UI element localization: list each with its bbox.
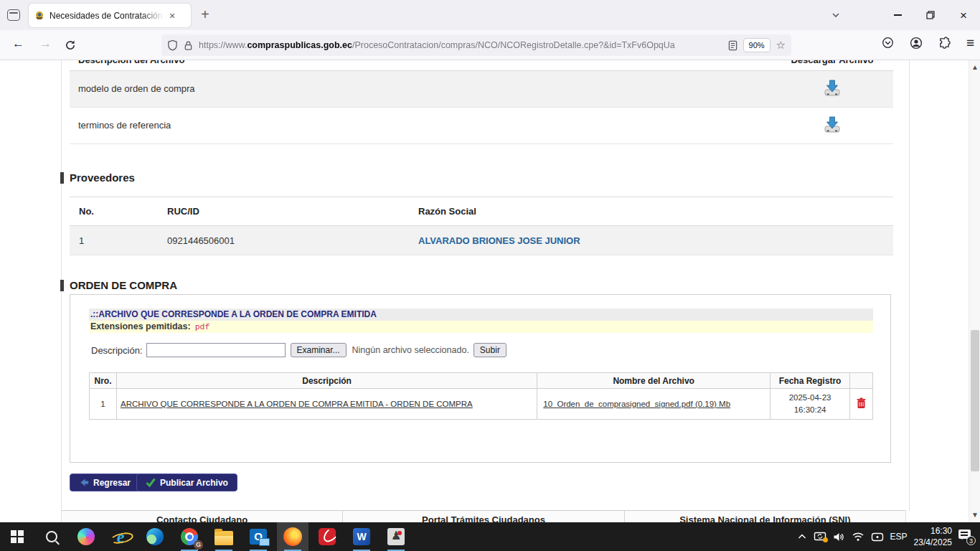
file-explorer-icon [215, 531, 233, 545]
back-arrow-icon [79, 478, 89, 487]
table-header-row: No. RUC/ID Razón Social [70, 197, 893, 226]
archivo-descripcion: terminos de referencia [70, 107, 771, 143]
download-icon[interactable] [822, 78, 842, 98]
proveedor-razon-link[interactable]: ALVARADO BRIONES JOSE JUNIOR [418, 235, 580, 246]
page-viewport: Descripción del Archivo Descargar Archiv… [0, 60, 980, 522]
orden-file-nombre-link[interactable]: 10_Orden_de_comprasigned_signed.pdf (0.1… [543, 400, 730, 408]
taskbar-app-button[interactable] [380, 522, 412, 551]
col-razon-social: Razón Social [409, 197, 893, 226]
taskbar-outlook-button[interactable]: O [242, 522, 274, 551]
table-row: terminos de referencia [70, 107, 893, 143]
tab-close-icon[interactable]: × [169, 11, 175, 21]
start-button[interactable] [1, 522, 33, 551]
notification-center-button[interactable]: 3 [958, 529, 974, 544]
tab-favicon-icon [34, 11, 44, 21]
meet-now-icon[interactable] [871, 532, 884, 542]
close-icon: × [960, 9, 967, 22]
pocket-icon[interactable] [882, 37, 894, 49]
page-scrollbar[interactable]: ▲ ▼ [969, 60, 980, 522]
examinar-button[interactable]: Examinar... [291, 343, 347, 357]
acrobat-icon [319, 528, 336, 545]
footer-contacto-ciudadano[interactable]: Contacto Ciudadano [62, 511, 342, 522]
taskbar-firefox-button[interactable] [277, 522, 308, 551]
extensiones-row: Extensiones pemitidas:pdf [89, 321, 873, 333]
table-row: 1 0921446506001 ALVARADO BRIONES JOSE JU… [70, 226, 893, 255]
language-indicator[interactable]: ESP [890, 532, 908, 542]
extensiones-label: Extensiones pemitidas: [90, 321, 191, 331]
page-footer: Contacto Ciudadano Portal Trámites Ciuda… [61, 510, 906, 522]
taskbar-acrobat-button[interactable] [311, 522, 343, 551]
regresar-button[interactable]: Regresar [70, 474, 140, 491]
url-bar[interactable]: https://www.compraspublicas.gob.ec/Proce… [161, 34, 791, 56]
firefox-icon [283, 527, 302, 546]
col-nombre-archivo: Nombre del Archivo [537, 373, 771, 389]
orden-file-descripcion-link[interactable]: ARCHIVO QUE CORRESPONDE A LA ORDEN DE CO… [121, 400, 473, 408]
firefox-view-icon[interactable] [7, 9, 20, 21]
edge-icon [146, 528, 164, 545]
descripcion-label: Descripción: [91, 345, 143, 356]
menu-hamburger-icon[interactable]: ≡ [966, 36, 974, 50]
proveedores-section-title: Proveedores [60, 171, 135, 184]
back-button[interactable]: ← [12, 37, 24, 51]
section-bar [60, 280, 64, 291]
taskbar-edge-button[interactable] [139, 522, 171, 551]
archivo-descripcion: modelo de orden de compra [70, 70, 771, 107]
screen-share-tray-icon[interactable] [814, 531, 826, 542]
minimize-icon [894, 14, 902, 15]
no-file-text: Ningún archivo seleccionado. [352, 345, 469, 355]
tab-title: Necesidades de Contratación y [50, 11, 164, 21]
browser-toolbar: ← → https://www.compraspublicas.gob.ec/P… [0, 30, 980, 60]
delete-trash-icon[interactable] [857, 397, 866, 409]
outlook-icon: O [250, 529, 267, 545]
window-restore-button[interactable] [914, 0, 947, 30]
scroll-up-icon[interactable]: ▲ [969, 63, 980, 71]
forward-button: → [39, 37, 52, 51]
descripcion-input[interactable] [146, 343, 286, 357]
footer-sni[interactable]: Sistema Nacional de Información (SNI) [624, 511, 905, 522]
archivos-table: Descripción del Archivo Descargar Archiv… [70, 60, 893, 144]
col-descripcion: Descripción [116, 373, 537, 389]
window-close-button[interactable]: × [947, 0, 980, 30]
taskbar-clock[interactable]: 16:30 23/4/2025 [914, 525, 952, 548]
download-icon[interactable] [822, 115, 842, 134]
subir-button[interactable]: Subir [473, 343, 507, 357]
taskbar-file-explorer-button[interactable] [208, 522, 240, 551]
lock-icon[interactable] [184, 40, 193, 51]
upload-banner: .::ARCHIVO QUE CORRESPONDE A LA ORDEN DE… [89, 309, 873, 321]
col-fecha-registro: Fecha Registro [771, 373, 850, 389]
footer-portal-tramites[interactable]: Portal Trámites Ciudadanos [342, 511, 623, 522]
wifi-icon[interactable] [852, 532, 864, 542]
scroll-down-icon[interactable]: ▼ [969, 511, 980, 519]
extensions-puzzle-icon[interactable] [938, 37, 951, 49]
new-tab-button[interactable]: + [201, 6, 209, 23]
restore-icon [926, 11, 935, 19]
reader-mode-icon[interactable] [728, 40, 738, 51]
taskbar-word-button[interactable]: W [346, 522, 377, 551]
account-icon[interactable] [910, 37, 923, 50]
taskbar-search-button[interactable] [36, 522, 67, 551]
proveedor-no: 1 [70, 226, 158, 255]
col-descargar-archivo: Descargar Archivo [771, 60, 893, 70]
list-tabs-chevron-icon[interactable] [831, 10, 841, 20]
internet-explorer-icon: e [111, 527, 130, 546]
tray-chevron-up-icon[interactable] [797, 532, 807, 542]
browser-tab[interactable]: Necesidades de Contratación y × [29, 4, 191, 27]
shield-icon[interactable] [167, 39, 178, 51]
upload-form-row: Descripción: Examinar... Ningún archivo … [91, 342, 507, 358]
col-nro: Nro. [90, 373, 117, 389]
scrollbar-thumb[interactable] [971, 330, 979, 471]
table-header-row: Descripción del Archivo Descargar Archiv… [70, 60, 893, 70]
taskbar-chrome-button[interactable]: G [174, 522, 205, 551]
clock-time: 16:30 [914, 525, 952, 537]
publicar-archivo-button[interactable]: Publicar Archivo [136, 474, 237, 491]
reload-button[interactable] [65, 39, 76, 51]
table-row: modelo de orden de compra [70, 70, 893, 107]
volume-icon[interactable] [833, 532, 845, 542]
taskbar-copilot-button[interactable] [70, 522, 102, 551]
notification-count-badge: 3 [966, 536, 976, 545]
java-app-icon [387, 528, 405, 545]
taskbar-internet-explorer-button[interactable]: e [105, 522, 136, 551]
zoom-level-badge[interactable]: 90% [743, 38, 771, 52]
window-minimize-button[interactable] [881, 0, 914, 30]
bookmark-star-icon[interactable]: ☆ [776, 39, 786, 52]
